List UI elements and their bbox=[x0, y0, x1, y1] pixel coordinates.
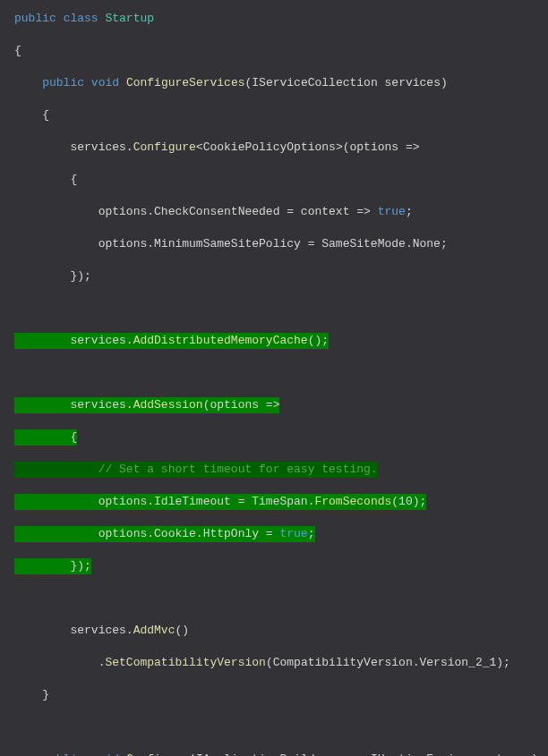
keyword-true: true bbox=[378, 205, 406, 218]
code-text: <CookiePolicyOptions>(options => bbox=[196, 140, 420, 154]
code-line bbox=[14, 365, 534, 381]
brace: { bbox=[70, 430, 77, 444]
code-line: public void Configure(IApplicationBuilde… bbox=[14, 752, 534, 756]
code-line bbox=[14, 301, 534, 317]
code-line: options.CheckConsentNeeded = context => … bbox=[14, 204, 534, 220]
code-text: options.IdleTimeout = TimeSpan. bbox=[98, 495, 315, 508]
code-line: { bbox=[14, 107, 534, 123]
method-name: Configure bbox=[126, 752, 189, 756]
diff-highlight: services.AddSession(options => bbox=[14, 397, 279, 413]
code-line bbox=[14, 590, 534, 607]
diff-highlight: services.AddDistributedMemoryCache(); bbox=[14, 333, 329, 349]
code-line-highlighted: options.IdleTimeout = TimeSpan.FromSecon… bbox=[14, 494, 534, 510]
keyword-void: void bbox=[91, 76, 119, 89]
diff-highlight: { bbox=[14, 429, 77, 446]
brace: { bbox=[42, 108, 49, 122]
diff-highlight: // Set a short timeout for easy testing. bbox=[14, 462, 378, 478]
type-name: Startup bbox=[105, 12, 154, 25]
code-line-highlighted: // Set a short timeout for easy testing. bbox=[14, 462, 534, 478]
code-line-highlighted: services.AddSession(options => bbox=[14, 397, 534, 413]
code-text: }); bbox=[70, 559, 90, 573]
method-name: AddSession bbox=[133, 398, 203, 412]
code-line: options.MinimumSameSitePolicy = SameSite… bbox=[14, 236, 534, 252]
keyword-true: true bbox=[279, 527, 307, 540]
keyword-void: void bbox=[91, 752, 119, 756]
code-line: { bbox=[14, 43, 534, 59]
method-name: AddDistributedMemoryCache bbox=[133, 334, 308, 347]
code-line: services.AddMvc() bbox=[14, 623, 534, 639]
brace: } bbox=[42, 688, 49, 701]
code-line: } bbox=[14, 687, 534, 703]
comment: // Set a short timeout for easy testing. bbox=[98, 463, 378, 476]
method-name: FromSeconds bbox=[314, 495, 391, 508]
code-text: services. bbox=[70, 398, 133, 412]
code-text: ; bbox=[308, 527, 315, 540]
code-line: public class Startup bbox=[14, 11, 534, 27]
diff-highlight: options.Cookie.HttpOnly = true; bbox=[14, 526, 315, 542]
code-line-highlighted: services.AddDistributedMemoryCache(); bbox=[14, 333, 534, 349]
code-text: (CompatibilityVersion.Version_2_1); bbox=[266, 656, 510, 669]
code-line: public void ConfigureServices(IServiceCo… bbox=[14, 75, 534, 91]
diff-highlight: options.IdleTimeout = TimeSpan.FromSecon… bbox=[14, 494, 426, 510]
code-text: options.MinimumSameSitePolicy = SameSite… bbox=[98, 237, 448, 251]
code-editor[interactable]: public class Startup { public void Confi… bbox=[14, 11, 534, 756]
code-text: options.Cookie.HttpOnly = bbox=[98, 527, 280, 540]
params: (IServiceCollection services) bbox=[245, 76, 448, 89]
code-text: services. bbox=[70, 334, 133, 347]
code-line-highlighted: options.Cookie.HttpOnly = true; bbox=[14, 526, 534, 542]
code-line: }); bbox=[14, 268, 534, 285]
code-text: options.CheckConsentNeeded = context => bbox=[98, 205, 378, 218]
code-text: () bbox=[175, 624, 189, 637]
keyword-public: public bbox=[42, 76, 84, 89]
code-line: { bbox=[14, 172, 534, 188]
code-line: services.Configure<CookiePolicyOptions>(… bbox=[14, 140, 534, 156]
brace: { bbox=[14, 44, 21, 57]
code-text: services. bbox=[70, 624, 133, 637]
method-name: ConfigureServices bbox=[126, 76, 245, 89]
brace: { bbox=[70, 173, 77, 186]
method-name: Configure bbox=[133, 140, 196, 154]
code-line bbox=[14, 719, 534, 735]
diff-highlight: }); bbox=[14, 558, 91, 574]
params: (IApplicationBuilder app, IHostingEnviro… bbox=[189, 752, 538, 756]
code-line-highlighted: }); bbox=[14, 558, 534, 574]
code-text: (10); bbox=[391, 495, 426, 508]
keyword-public: public bbox=[14, 12, 56, 25]
code-line: .SetCompatibilityVersion(CompatibilityVe… bbox=[14, 655, 534, 671]
code-text: ; bbox=[406, 205, 413, 218]
code-text: }); bbox=[70, 269, 90, 283]
method-name: SetCompatibilityVersion bbox=[105, 656, 265, 669]
code-text: (options => bbox=[203, 398, 280, 412]
method-name: AddMvc bbox=[133, 624, 176, 637]
code-text: services. bbox=[70, 140, 133, 154]
keyword-public: public bbox=[42, 752, 84, 756]
code-line-highlighted: { bbox=[14, 429, 534, 446]
keyword-class: class bbox=[64, 12, 98, 25]
code-text: (); bbox=[308, 334, 329, 347]
